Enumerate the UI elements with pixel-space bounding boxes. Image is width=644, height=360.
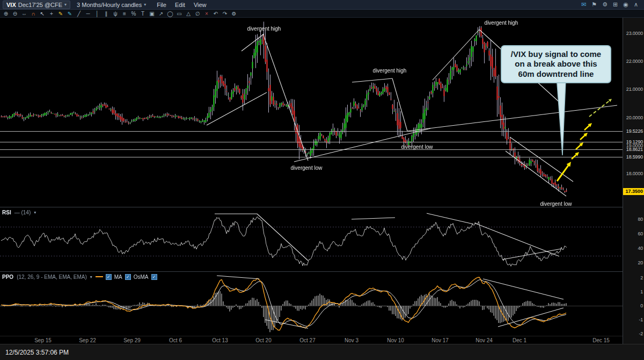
ppo-params: (12, 26, 9 - EMA, EMA, EMA) bbox=[17, 274, 87, 280]
date-label: Nov 17 bbox=[431, 337, 449, 343]
price-axis-label: 22.0000 bbox=[626, 59, 643, 64]
symbol-ticker: VIX bbox=[6, 2, 16, 8]
date-label: Oct 27 bbox=[299, 337, 315, 343]
zoom-out-icon[interactable]: ⊖ bbox=[11, 10, 19, 17]
chevron-down-icon: ▾ bbox=[144, 2, 146, 7]
status-timestamp: 12/5/2025 3:57:06 PM bbox=[5, 349, 69, 356]
ppo-axis-label: 0 bbox=[640, 303, 643, 308]
divergence-label[interactable]: divergent high bbox=[485, 20, 518, 26]
channel-icon[interactable]: ∥ bbox=[102, 10, 111, 17]
marker-icon[interactable]: ✎ bbox=[65, 10, 74, 17]
pan-icon[interactable]: ⇔ bbox=[20, 10, 28, 17]
ppo-axis-label: 1 bbox=[640, 289, 643, 294]
checkbox-icon[interactable]: ✓ bbox=[151, 274, 157, 280]
menu-edit[interactable]: Edit bbox=[175, 2, 185, 8]
rsi-axis-label: 60 bbox=[638, 231, 643, 236]
date-label: Sep 22 bbox=[79, 337, 96, 343]
rsi-header: RSI — (14) ▾ bbox=[2, 209, 36, 215]
checkbox-icon[interactable]: ✓ bbox=[106, 274, 112, 280]
divergence-label[interactable]: divergent low bbox=[540, 201, 572, 207]
date-label: Dec 1 bbox=[513, 337, 526, 343]
divergence-label[interactable]: divergent low bbox=[401, 144, 433, 150]
zoom-in-icon[interactable]: ⊕ bbox=[2, 10, 10, 17]
tool-settings-icon[interactable]: ⚙ bbox=[230, 10, 238, 17]
menubar-icons: ✉⚑⚙⊞◉∧ bbox=[581, 1, 641, 8]
price-level-label: 18.8621 bbox=[626, 147, 643, 152]
undo-icon[interactable]: ↶ bbox=[211, 10, 220, 17]
ppo-panel-canvas[interactable] bbox=[0, 271, 623, 336]
divergence-label[interactable]: divergent high bbox=[247, 26, 281, 32]
ppo-axis-label: -1 bbox=[639, 317, 643, 322]
timeframe-selector[interactable]: 3 Months/Hourly candles ▾ bbox=[75, 2, 148, 8]
magnet-icon[interactable]: ∩ bbox=[29, 10, 38, 17]
triangle-icon[interactable]: △ bbox=[184, 10, 193, 17]
ppo-header: PPO (12, 26, 9 - EMA, EMA, EMA) ▾ ✓MA✓Os… bbox=[2, 273, 157, 280]
ellipse-icon[interactable]: ◯ bbox=[166, 10, 174, 17]
ppo-axis-label: -2 bbox=[639, 331, 643, 336]
fibonacci-icon[interactable]: ≡ bbox=[120, 10, 129, 17]
statusbar: 12/5/2025 3:57:06 PM bbox=[0, 344, 644, 360]
drawing-toolbar: ⊕⊖⇔∩↖+✎✎╱─│∥ψ≡%T▣↗◯▭△∅×↶↷⚙ bbox=[0, 10, 644, 18]
date-axis: Sep 15Sep 22Sep 29Oct 6Oct 13Oct 20Oct 2… bbox=[0, 336, 623, 344]
price-level-label: 18.5990 bbox=[626, 154, 643, 160]
arrow-icon[interactable]: ↗ bbox=[157, 10, 165, 17]
menubar: VIX Dec17'25 @CFE ▾ 3 Months/Hourly cand… bbox=[0, 0, 644, 10]
chevron-down-icon[interactable]: ▾ bbox=[90, 275, 92, 279]
alerts-icon[interactable]: ⚑ bbox=[591, 1, 597, 8]
ppo-legend: ✓MA✓OsMA✓ bbox=[96, 274, 157, 280]
horizontal-line-icon[interactable]: ─ bbox=[84, 10, 92, 17]
price-axis-label: 23.0000 bbox=[626, 31, 643, 36]
callout-note[interactable]: /VIX buy signal to come on a break above… bbox=[501, 45, 611, 83]
callout-text: /VIX buy signal to come on a break above… bbox=[511, 49, 601, 78]
crosshair-icon[interactable]: + bbox=[47, 10, 56, 17]
date-label: Nov 24 bbox=[475, 337, 493, 343]
rsi-params: — (14) bbox=[14, 210, 31, 215]
eraser-icon[interactable]: ∅ bbox=[193, 10, 202, 17]
callout-icon[interactable]: ▣ bbox=[148, 10, 156, 17]
menu-file[interactable]: File bbox=[157, 2, 166, 8]
rsi-title: RSI bbox=[2, 210, 11, 215]
trash-icon[interactable]: × bbox=[202, 10, 211, 17]
checkbox-icon[interactable]: ✓ bbox=[125, 274, 131, 280]
date-label: Sep 15 bbox=[34, 337, 52, 343]
pitchfork-icon[interactable]: ψ bbox=[111, 10, 120, 17]
rectangle-icon[interactable]: ▭ bbox=[175, 10, 184, 17]
redo-icon[interactable]: ↷ bbox=[221, 10, 229, 17]
symbol-selector[interactable]: VIX Dec17'25 @CFE ▾ bbox=[3, 1, 70, 9]
chevron-down-icon[interactable]: ▾ bbox=[34, 210, 36, 215]
ma-toggle-label: MA bbox=[114, 274, 122, 280]
cursor-icon[interactable]: ↖ bbox=[38, 10, 47, 17]
settings-icon[interactable]: ⚙ bbox=[602, 1, 608, 8]
panel-divider[interactable] bbox=[0, 271, 623, 272]
date-label: Oct 20 bbox=[255, 337, 271, 343]
menu-list: FileEditView bbox=[152, 2, 210, 8]
symbol-contract: Dec17'25 @CFE bbox=[18, 2, 62, 8]
rsi-axis-label: 40 bbox=[638, 246, 643, 251]
chevron-down-icon: ▾ bbox=[64, 2, 67, 7]
layout-icon[interactable]: ⊞ bbox=[613, 1, 618, 8]
date-label: Nov 3 bbox=[345, 337, 358, 343]
divergence-label[interactable]: divergent high bbox=[373, 68, 407, 74]
date-label: Oct 6 bbox=[169, 337, 182, 343]
price-axis-label: 21.0000 bbox=[626, 87, 643, 92]
vertical-line-icon[interactable]: │ bbox=[93, 10, 101, 17]
panel-divider[interactable] bbox=[0, 207, 623, 207]
pin-icon[interactable]: ◉ bbox=[623, 1, 628, 8]
divergence-label[interactable]: divergent low bbox=[291, 165, 323, 171]
date-label: Oct 13 bbox=[212, 337, 228, 343]
menu-view[interactable]: View bbox=[194, 2, 207, 8]
rsi-panel-canvas[interactable] bbox=[0, 207, 623, 271]
date-label: Nov 10 bbox=[387, 337, 404, 343]
date-label: Sep 29 bbox=[123, 337, 141, 343]
chat-icon[interactable]: ✉ bbox=[581, 1, 586, 8]
collapse-icon[interactable]: ∧ bbox=[634, 1, 638, 8]
rsi-axis-label: 20 bbox=[638, 260, 643, 265]
trading-app-window: VIX Dec17'25 @CFE ▾ 3 Months/Hourly cand… bbox=[0, 0, 644, 360]
pencil-icon[interactable]: ✎ bbox=[56, 10, 65, 17]
trendline-icon[interactable]: ╱ bbox=[75, 10, 83, 17]
price-axis[interactable]: 23.000022.000021.000020.000019.000018.00… bbox=[623, 18, 644, 344]
percent-icon[interactable]: % bbox=[129, 10, 138, 17]
date-label: Dec 15 bbox=[592, 337, 610, 343]
text-icon[interactable]: T bbox=[138, 10, 147, 17]
last-price-badge: 17.3500 bbox=[623, 188, 644, 195]
